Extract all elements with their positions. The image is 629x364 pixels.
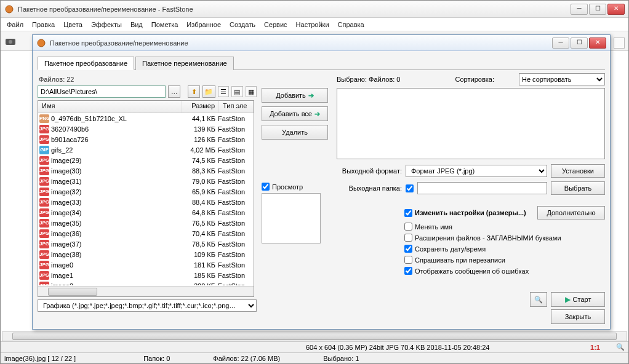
folder-up-icon[interactable]: ⬆ [188, 85, 200, 98]
col-name[interactable]: Имя [38, 101, 182, 113]
maximize-button[interactable]: ☐ [589, 4, 606, 15]
file-row[interactable]: JPGimage(36)70,4 КБFastSton [38, 228, 254, 239]
file-size: 64,8 КБ [181, 209, 218, 216]
file-row[interactable]: JPGimage(34)64,8 КБFastSton [38, 207, 254, 218]
col-size[interactable]: Размер [182, 101, 219, 113]
file-name: image2 [51, 282, 181, 286]
file-type: FastSton [218, 220, 252, 227]
new-folder-icon[interactable]: 📁 [202, 85, 215, 98]
close-button[interactable]: ✕ [607, 4, 625, 15]
main-menubar: Файл Правка Цвета Эффекты Вид Пометка Из… [1, 18, 628, 31]
path-input[interactable] [38, 85, 166, 98]
file-type: FastSton [218, 261, 252, 269]
main-hscrollbar[interactable] [2, 331, 627, 341]
add-all-button[interactable]: Добавить все➔ [262, 106, 328, 121]
add-button[interactable]: Добавить➔ [262, 88, 328, 103]
upperext-checkbox[interactable] [404, 234, 412, 242]
file-row[interactable]: JPGimage(31)79,0 КБFastSton [38, 176, 254, 186]
filter-select[interactable]: Графика (*.jpg;*.jpe;*.jpeg;*.bmp;*.gif;… [38, 299, 257, 312]
selected-list[interactable] [337, 88, 605, 159]
file-row[interactable]: JPGimage(38)109 КБFastSton [38, 249, 254, 259]
file-row[interactable]: JPGimage(33)88,4 КБFastSton [38, 197, 254, 207]
file-row[interactable]: JPGimage(35)76,5 КБFastSton [38, 218, 254, 228]
askoverwrite-checkbox[interactable] [404, 256, 412, 264]
jpg-icon: JPG [39, 271, 49, 280]
dialog-tabs: Пакетное преобразование Пакетное переиме… [38, 56, 605, 70]
outfolder-input[interactable] [417, 182, 547, 194]
file-type: FastSton [218, 209, 252, 216]
file-row[interactable]: PNG0_4976db_51b7210c_XL44,1 КБFastSton [38, 113, 254, 124]
view-list-icon[interactable]: ☰ [218, 86, 229, 97]
file-size: 65,9 КБ [181, 188, 218, 196]
sort-select[interactable]: Не сортировать [519, 73, 605, 85]
view-details-icon[interactable]: ▤ [231, 86, 242, 97]
menu-create[interactable]: Создать [226, 20, 259, 30]
menu-help[interactable]: Справка [334, 20, 368, 30]
menu-edit[interactable]: Правка [28, 20, 58, 30]
minimize-button[interactable]: ─ [571, 4, 588, 15]
jpg-icon: JPG [39, 240, 49, 248]
statusbar-lower: image(36).jpg [ 12 / 22 ] Папок: 0 Файло… [1, 352, 628, 363]
menu-colors[interactable]: Цвета [60, 20, 86, 30]
file-row[interactable]: JPGimage0181 КБFastSton [38, 259, 254, 270]
outformat-select[interactable]: Формат JPEG (*.jpg) [406, 165, 547, 177]
camera-icon[interactable] [4, 35, 17, 47]
file-row[interactable]: JPGimage1185 КБFastSton [38, 270, 254, 280]
start-button[interactable]: ▶Старт [551, 292, 605, 307]
dialog-close[interactable]: ✕ [589, 38, 606, 49]
file-type: FastSton [218, 115, 252, 122]
file-row[interactable]: JPG36207490b6139 КБFastSton [38, 124, 254, 134]
file-row[interactable]: GIFgifs_224,02 МБFastSton [38, 144, 254, 155]
file-type: FastSton [218, 272, 252, 279]
browse-button[interactable]: … [168, 85, 180, 98]
dialog-minimize[interactable]: ─ [552, 38, 569, 49]
remove-button[interactable]: Удалить [262, 125, 328, 140]
choose-button[interactable]: Выбрать [551, 181, 605, 195]
showerrors-checkbox[interactable] [404, 267, 412, 275]
zoom-icon[interactable]: 🔍 [616, 343, 625, 351]
view-thumbs-icon[interactable]: ▦ [246, 86, 257, 97]
file-size: 70,4 КБ [181, 230, 218, 237]
dialog-titlebar: Пакетное преобразование/переименование ─… [33, 35, 610, 51]
menu-service[interactable]: Сервис [260, 20, 291, 30]
file-row[interactable]: JPGb901aca726126 КБFastSton [38, 134, 254, 144]
jpg-icon: JPG [39, 135, 49, 144]
settings-button[interactable]: Установки [551, 164, 605, 178]
app-icon [4, 4, 14, 14]
file-row[interactable]: JPGimage(32)65,9 КБFastSton [38, 186, 254, 197]
file-size: 79,0 КБ [181, 178, 218, 185]
file-row[interactable]: JPGimage2300 КБFastSton [38, 280, 254, 285]
dialog-maximize[interactable]: ☐ [571, 38, 588, 49]
menu-effects[interactable]: Эффекты [87, 20, 126, 30]
file-size: 4,02 МБ [181, 146, 218, 154]
jpg-icon: JPG [39, 282, 49, 286]
menu-file[interactable]: Файл [3, 20, 27, 30]
col-type[interactable]: Тип эле [219, 101, 254, 113]
rename-checkbox[interactable] [404, 223, 412, 231]
file-row[interactable]: JPGimage(37)78,5 КБFastSton [38, 239, 254, 249]
file-row[interactable]: JPGimage(30)88,3 КБFastSton [38, 165, 254, 176]
close-dialog-button[interactable]: Закрыть [551, 309, 605, 324]
keepdate-checkbox[interactable] [404, 245, 412, 253]
file-type: FastSton [218, 146, 252, 154]
file-name: image(29) [51, 157, 181, 164]
outfolder-checkbox[interactable] [406, 184, 414, 192]
menu-mark[interactable]: Пометка [148, 20, 182, 30]
file-row[interactable]: JPGimage(29)74,5 КБFastSton [38, 155, 254, 165]
expand-icon[interactable] [614, 38, 625, 49]
file-type: FastSton [218, 125, 252, 133]
file-size: 76,5 КБ [181, 220, 218, 227]
menu-settings[interactable]: Настройки [292, 20, 333, 30]
file-name: 0_4976db_51b7210c_XL [51, 115, 181, 122]
magnify-button[interactable]: 🔍 [530, 292, 547, 307]
jpg-icon: JPG [39, 250, 49, 259]
tab-convert[interactable]: Пакетное преобразование [38, 57, 134, 70]
file-hscrollbar[interactable] [38, 286, 254, 296]
menu-favorites[interactable]: Избранное [183, 20, 225, 30]
file-size: 181 КБ [181, 261, 218, 269]
menu-view[interactable]: Вид [127, 20, 146, 30]
advanced-button[interactable]: Дополнительно [537, 206, 605, 220]
preview-checkbox[interactable] [262, 183, 270, 191]
tab-rename[interactable]: Пакетное переименование [135, 57, 234, 70]
resize-checkbox[interactable] [404, 209, 412, 217]
